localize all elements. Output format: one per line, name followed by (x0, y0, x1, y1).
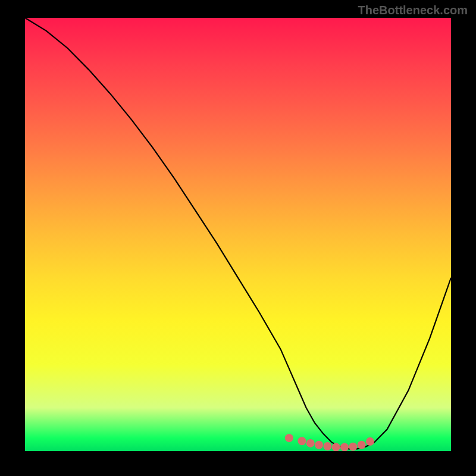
marker-point (358, 441, 366, 449)
marker-point (366, 437, 374, 446)
marker-point (306, 439, 315, 447)
marker-point (340, 443, 349, 451)
plot-area (25, 18, 451, 451)
marker-point (323, 442, 331, 450)
marker-point (332, 443, 340, 451)
chart-container: TheBottleneck.com (0, 0, 476, 476)
watermark-text: TheBottleneck.com (358, 4, 468, 17)
curve-path (25, 18, 451, 449)
marker-point (349, 443, 357, 451)
marker-point (285, 434, 293, 442)
marker-point (315, 441, 323, 449)
chart-svg (25, 18, 451, 451)
marker-group (285, 434, 374, 451)
marker-point (298, 437, 306, 445)
